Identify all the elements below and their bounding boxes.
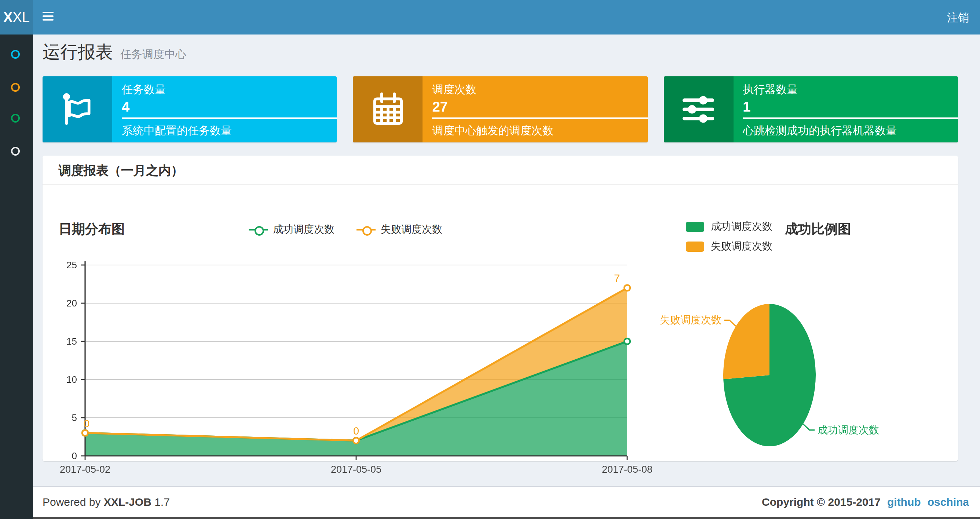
page-title: 运行报表 xyxy=(43,42,113,62)
top-navbar: XXL 注销 xyxy=(0,0,980,35)
logo-text-rest: XL xyxy=(13,9,30,26)
bottom-edge-strip xyxy=(0,516,980,519)
svg-text:0: 0 xyxy=(72,450,77,462)
hamburger-icon[interactable] xyxy=(43,12,54,22)
svg-text:失败调度次数: 失败调度次数 xyxy=(660,314,721,326)
legend-label: 失败调度次数 xyxy=(711,240,772,253)
legend-label: 成功调度次数 xyxy=(273,223,334,236)
line-marker-icon xyxy=(249,229,268,230)
page-header: 运行报表任务调度中心 xyxy=(43,40,186,64)
info-box-value: 1 xyxy=(743,99,958,115)
calendar-icon xyxy=(353,76,423,142)
info-box-body: 执行器数量 1 心跳检测成功的执行器机器数量 xyxy=(733,76,958,142)
circle-o-icon[interactable] xyxy=(11,147,20,156)
svg-text:0: 0 xyxy=(84,418,89,430)
logout-link[interactable]: 注销 xyxy=(936,0,980,35)
sidebar xyxy=(0,35,33,519)
svg-text:7: 7 xyxy=(614,272,620,284)
swatch-icon xyxy=(686,241,704,252)
svg-text:成功调度次数: 成功调度次数 xyxy=(818,424,879,436)
divider xyxy=(743,117,958,119)
date-distribution-chart[interactable]: 05101520252017-05-022017-05-052017-05-08… xyxy=(51,257,638,477)
app-logo[interactable]: XXL xyxy=(0,0,33,35)
svg-text:2017-05-08: 2017-05-08 xyxy=(602,464,652,475)
svg-text:2017-05-02: 2017-05-02 xyxy=(60,464,110,475)
info-box-title: 任务数量 xyxy=(122,83,337,97)
info-box-desc: 心跳检测成功的执行器机器数量 xyxy=(743,124,954,138)
info-box-title: 执行器数量 xyxy=(743,83,958,97)
svg-text:10: 10 xyxy=(66,374,77,385)
page-subtitle: 任务调度中心 xyxy=(120,48,186,60)
legend-label: 失败调度次数 xyxy=(381,223,442,236)
legend-item-success[interactable]: 成功调度次数 xyxy=(249,223,334,236)
info-box-title: 调度次数 xyxy=(433,83,648,97)
flag-icon xyxy=(43,76,112,142)
info-box-jobs: 任务数量 4 系统中配置的任务数量 xyxy=(43,76,337,142)
divider xyxy=(122,117,337,119)
info-box-desc: 系统中配置的任务数量 xyxy=(122,124,332,138)
report-panel: 调度报表（一月之内） 日期分布图 成功调度次数 失败调度次数 051015202… xyxy=(43,156,958,461)
panel-title: 调度报表（一月之内） xyxy=(43,156,958,185)
info-box-row: 任务数量 4 系统中配置的任务数量 调度次数 27 调度中心触发的调度次数 xyxy=(43,76,958,142)
legend-item-fail[interactable]: 失败调度次数 xyxy=(686,240,772,253)
oschina-link[interactable]: oschina xyxy=(928,495,969,508)
line-chart-legend: 成功调度次数 失败调度次数 xyxy=(43,223,648,236)
svg-text:15: 15 xyxy=(66,336,77,347)
brand-name: XXL-JOB xyxy=(104,495,151,508)
circle-o-icon[interactable] xyxy=(11,114,20,123)
github-link[interactable]: github xyxy=(887,495,921,508)
svg-text:20: 20 xyxy=(66,298,77,309)
legend-item-fail[interactable]: 失败调度次数 xyxy=(356,223,442,236)
svg-text:5: 5 xyxy=(72,412,77,423)
legend-label: 成功调度次数 xyxy=(711,220,772,233)
copyright-text: Copyright © 2015-2017githuboschina xyxy=(762,495,969,508)
main-content: 运行报表任务调度中心 任务数量 4 系统中配置的任务数量 xyxy=(33,35,980,485)
circle-o-icon[interactable] xyxy=(11,50,20,59)
swatch-icon xyxy=(686,222,704,232)
info-box-desc: 调度中心触发的调度次数 xyxy=(433,124,643,138)
divider xyxy=(433,117,648,119)
pie-chart-legend: 成功调度次数 失败调度次数 xyxy=(686,220,772,260)
info-box-body: 调度次数 27 调度中心触发的调度次数 xyxy=(423,76,648,142)
sliders-icon xyxy=(663,76,733,142)
info-box-body: 任务数量 4 系统中配置的任务数量 xyxy=(112,76,337,142)
legend-item-success[interactable]: 成功调度次数 xyxy=(686,220,772,233)
circle-o-icon[interactable] xyxy=(11,83,20,92)
svg-text:2017-05-05: 2017-05-05 xyxy=(331,464,382,475)
svg-text:0: 0 xyxy=(353,425,359,437)
svg-text:25: 25 xyxy=(66,260,77,270)
info-box-triggers: 调度次数 27 调度中心触发的调度次数 xyxy=(353,76,648,142)
pie-chart-title: 成功比例图 xyxy=(785,220,851,238)
info-box-executors: 执行器数量 1 心跳检测成功的执行器机器数量 xyxy=(663,76,958,142)
success-ratio-pie-chart[interactable]: 成功调度次数失败调度次数 xyxy=(660,271,975,477)
info-box-value: 4 xyxy=(122,99,337,115)
app-root: XXL 注销 运行报表任务调度中心 任务数量 4 系统中配置的任务数量 xyxy=(0,0,980,519)
powered-by-text: Powered by XXL-JOB 1.7 xyxy=(43,495,170,508)
page-footer: Powered by XXL-JOB 1.7 Copyright © 2015-… xyxy=(33,485,980,516)
info-box-value: 27 xyxy=(433,99,648,115)
logo-text-bold: X xyxy=(3,9,13,26)
panel-body: 日期分布图 成功调度次数 失败调度次数 05101520252017-05-02… xyxy=(43,185,958,461)
line-marker-icon xyxy=(356,229,375,230)
